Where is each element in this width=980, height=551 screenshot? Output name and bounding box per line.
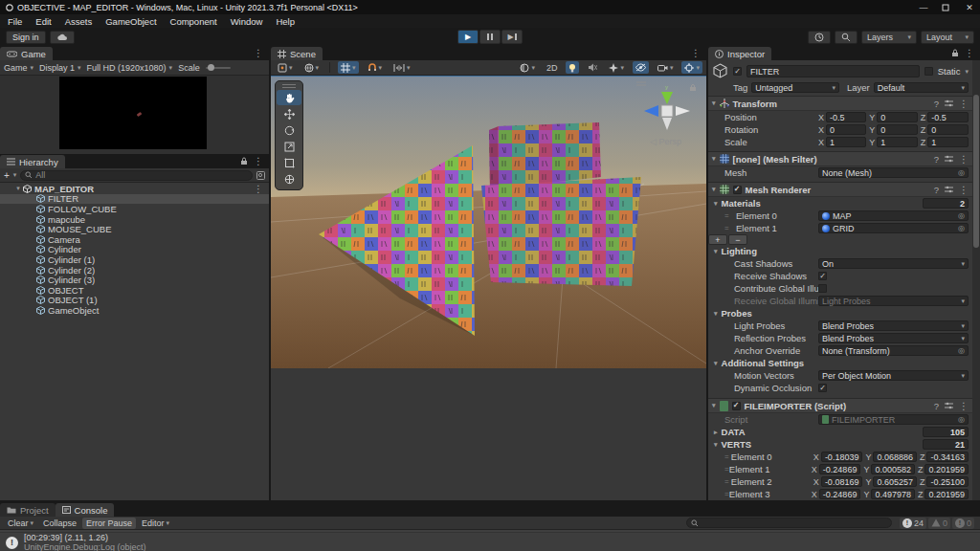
- hierarchy-item[interactable]: Camera: [0, 234, 269, 245]
- console-search-input[interactable]: [686, 518, 892, 528]
- menu-item[interactable]: Window: [231, 16, 263, 27]
- layer-dropdown[interactable]: Default▾: [874, 82, 969, 93]
- receive-shadows-checkbox[interactable]: ✓: [818, 272, 827, 280]
- resolution-dropdown[interactable]: Full HD (1920x1080)▾: [87, 63, 173, 73]
- 2d-toggle-button[interactable]: 2D: [544, 61, 561, 74]
- object-picker-icon[interactable]: ◎: [958, 415, 965, 424]
- static-caret[interactable]: ▾: [965, 68, 969, 76]
- help-icon[interactable]: ?: [934, 401, 939, 411]
- hierarchy-item[interactable]: mapcube: [0, 214, 269, 225]
- drag-handle-icon[interactable]: =: [724, 224, 736, 232]
- collapse-button[interactable]: Collapse: [39, 518, 80, 529]
- z-field[interactable]: -0.5: [927, 112, 969, 122]
- static-checkbox[interactable]: [924, 67, 933, 76]
- object-picker-icon[interactable]: ◎: [958, 224, 965, 232]
- x-field[interactable]: -0.18039: [821, 452, 863, 462]
- hierarchy-item[interactable]: Cylinder (1): [0, 254, 269, 265]
- mesh-filter-header[interactable]: ▾ [none] (Mesh Filter) ? ⋮: [708, 151, 972, 166]
- component-menu-icon[interactable]: ⋮: [959, 185, 969, 195]
- y-field[interactable]: 0.068886: [873, 452, 917, 462]
- object-name-field[interactable]: FILTER: [746, 65, 920, 77]
- verts-foldout[interactable]: ▾VERTS 21: [708, 438, 972, 451]
- drag-handle-icon[interactable]: =: [724, 477, 731, 486]
- sign-in-button[interactable]: Sign in: [6, 31, 46, 44]
- menu-item[interactable]: Assets: [65, 16, 93, 27]
- y-field[interactable]: 0: [877, 112, 917, 122]
- scene-camera-button[interactable]: ▾: [655, 61, 677, 74]
- remove-material-button[interactable]: −: [728, 234, 747, 245]
- hierarchy-item[interactable]: Cylinder: [0, 245, 269, 255]
- preset-icon[interactable]: [945, 155, 953, 163]
- preset-icon[interactable]: [945, 186, 953, 193]
- light-probes-dropdown[interactable]: Blend Probes▾: [818, 320, 969, 331]
- material-field[interactable]: GRID ◎: [818, 223, 969, 233]
- hierarchy-item[interactable]: OBJECT (1): [0, 296, 269, 306]
- mesh-field[interactable]: None (Mesh) ◎: [818, 167, 969, 178]
- minimize-button[interactable]: —: [919, 3, 928, 12]
- scene-menu-icon[interactable]: ⋮: [691, 48, 701, 58]
- dynamic-occlusion-checkbox[interactable]: ✓: [818, 384, 827, 392]
- add-object-caret[interactable]: ▾: [13, 171, 17, 179]
- x-field[interactable]: 1: [826, 137, 866, 147]
- contribute-gi-checkbox[interactable]: [818, 284, 827, 293]
- maximize-button[interactable]: [942, 4, 951, 11]
- lighting-toggle-button[interactable]: [566, 61, 579, 74]
- tool-settings-button[interactable]: ▾: [275, 61, 296, 74]
- z-field[interactable]: 0.201959: [924, 489, 969, 499]
- x-field[interactable]: -0.08169: [821, 476, 863, 487]
- object-picker-icon[interactable]: ◎: [958, 168, 965, 177]
- pause-button[interactable]: [479, 30, 501, 44]
- tab-scene[interactable]: Scene: [271, 47, 323, 60]
- menu-item[interactable]: Component: [170, 16, 217, 27]
- component-menu-icon[interactable]: ⋮: [959, 401, 969, 411]
- layout-dropdown[interactable]: Layout▾: [921, 31, 974, 44]
- x-field[interactable]: 0: [826, 124, 866, 135]
- scene-viewport[interactable]: y ◁ Persp: [271, 76, 706, 500]
- inspector-scrollbar[interactable]: [972, 60, 980, 500]
- object-cube-icon[interactable]: [712, 63, 728, 79]
- add-material-button[interactable]: +: [708, 234, 727, 245]
- scale-tool[interactable]: [277, 139, 301, 154]
- drag-handle-icon[interactable]: =: [724, 452, 731, 461]
- tab-inspector[interactable]: Inspector: [708, 47, 771, 60]
- y-field[interactable]: 1: [877, 137, 917, 147]
- layers-dropdown[interactable]: Layers▾: [861, 31, 917, 44]
- transform-header[interactable]: ▾ Transform ? ⋮: [708, 96, 972, 111]
- move-tool[interactable]: [277, 106, 301, 121]
- effects-button[interactable]: ▾: [606, 61, 627, 74]
- step-button[interactable]: ▶: [501, 30, 523, 44]
- y-field[interactable]: 0.497978: [871, 489, 915, 499]
- tab-project[interactable]: Project: [0, 503, 56, 517]
- hierarchy-search-input[interactable]: All: [20, 170, 253, 181]
- info-count-badge[interactable]: ! 24: [900, 518, 926, 529]
- preset-icon[interactable]: [945, 402, 953, 409]
- additional-settings-foldout[interactable]: ▾Additional Settings: [708, 357, 972, 369]
- lighting-foldout[interactable]: ▾Lighting: [708, 245, 972, 257]
- persp-label[interactable]: ◁ Persp: [650, 137, 681, 146]
- tab-game[interactable]: Game: [0, 47, 53, 60]
- play-button[interactable]: ▶: [457, 30, 479, 44]
- cloud-button[interactable]: [50, 31, 75, 44]
- clear-button[interactable]: Clear▾: [4, 518, 37, 529]
- error-count-badge[interactable]: ! 0: [952, 518, 974, 529]
- transform-tool[interactable]: [277, 171, 301, 187]
- scale-slider[interactable]: [206, 67, 231, 69]
- tag-dropdown[interactable]: Untagged▾: [751, 82, 839, 93]
- game-view[interactable]: [0, 76, 269, 154]
- reflection-probes-dropdown[interactable]: Blend Probes▾: [818, 333, 969, 343]
- material-field[interactable]: MAP ◎: [818, 210, 969, 221]
- game-menu-icon[interactable]: ⋮: [254, 48, 263, 58]
- hierarchy-root-row[interactable]: ▾ MAP_EDITOR ⋮: [0, 184, 269, 194]
- component-menu-icon[interactable]: ⋮: [959, 99, 969, 109]
- lock-icon[interactable]: [951, 49, 959, 57]
- game-target-dropdown[interactable]: Game▾: [4, 63, 33, 73]
- hierarchy-item[interactable]: Cylinder (2): [0, 265, 269, 276]
- z-field[interactable]: -0.25100: [926, 476, 969, 487]
- y-field[interactable]: 0.605257: [873, 476, 917, 487]
- rect-tool[interactable]: [277, 155, 301, 170]
- materials-foldout[interactable]: ▾Materials 2: [708, 197, 972, 209]
- menu-item[interactable]: Help: [276, 16, 295, 27]
- anchor-override-field[interactable]: None (Transform) ◎: [818, 345, 969, 356]
- drag-handle-icon[interactable]: =: [724, 211, 736, 220]
- y-field[interactable]: 0.000582: [871, 464, 915, 474]
